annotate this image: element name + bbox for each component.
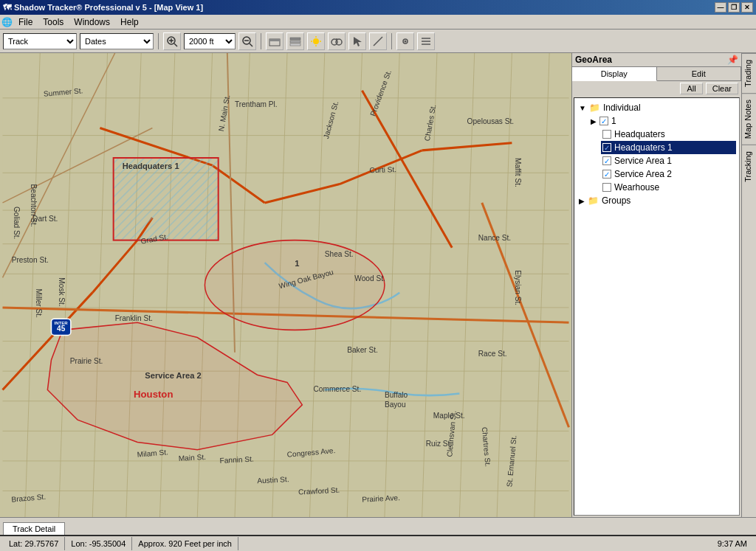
checkbox-service1[interactable]: ✓ — [602, 156, 611, 165]
tab-edit[interactable]: Edit — [657, 67, 742, 80]
service1-label: Service Area 1 — [614, 156, 672, 166]
tab-track-detail[interactable]: Track Detail — [3, 522, 65, 535]
checkbox-service2[interactable]: ✓ — [602, 170, 611, 179]
menu-windows[interactable]: Windows — [69, 15, 114, 29]
item-1-label: 1 — [611, 116, 616, 126]
checkbox-headquaters[interactable] — [602, 130, 611, 139]
side-tab-tracking[interactable]: Tracking — [742, 145, 756, 188]
svg-text:Bayou: Bayou — [385, 401, 406, 409]
binoculars-icon — [331, 35, 343, 47]
svg-text:Curti St.: Curti St. — [369, 165, 396, 174]
svg-marker-20 — [354, 37, 362, 46]
svg-text:Franklin St.: Franklin St. — [115, 314, 153, 322]
more-icon — [420, 35, 432, 47]
panel-title: GeoArea — [575, 55, 612, 65]
tree-individual-group[interactable]: ▼ 📁 Individual — [577, 101, 736, 114]
headquaters-label: Headquaters — [614, 129, 665, 139]
svg-point-12 — [313, 38, 319, 44]
individual-label: Individual — [603, 103, 641, 113]
status-time: 9:37 AM — [712, 537, 753, 550]
bottom-tabs: Track Detail — [0, 517, 756, 535]
expand-icon-1: ▶ — [591, 117, 597, 125]
right-panel: GeoArea 📌 Display Edit All Clear ▼ 📁 Ind… — [571, 53, 741, 517]
folder-icon-groups: 📁 — [588, 195, 599, 206]
sep2 — [261, 33, 261, 49]
svg-text:Houston: Houston — [134, 389, 173, 400]
restore-button[interactable]: ❐ — [728, 2, 740, 13]
menu-help[interactable]: Help — [116, 15, 143, 29]
svg-rect-10 — [290, 41, 300, 43]
svg-point-18 — [336, 39, 342, 45]
sun-icon — [310, 35, 322, 47]
svg-rect-9 — [290, 38, 300, 40]
svg-text:Race St.: Race St. — [478, 350, 507, 358]
map-container[interactable]: Summer St. Trentham Pl. Opelousas St. Ma… — [0, 53, 571, 517]
close-button[interactable]: ✕ — [741, 2, 753, 13]
layers-button[interactable] — [286, 32, 304, 50]
pan-button[interactable] — [266, 32, 284, 50]
layers-icon — [289, 35, 301, 47]
cursor-button[interactable] — [348, 32, 366, 50]
svg-text:Wood St.: Wood St. — [354, 274, 385, 283]
tree-item-service1[interactable]: ✓ Service Area 1 — [601, 154, 736, 167]
expand-icon: ▼ — [579, 104, 586, 112]
side-tab-trading[interactable]: Trading — [742, 53, 756, 93]
status-lon: Lon: -95.35004 — [65, 537, 132, 550]
ruler-button[interactable] — [369, 32, 387, 50]
zoom-level-select[interactable]: 2000 ft 500 ft1000 ft2000 ft5000 ft — [184, 33, 236, 49]
svg-text:Prairie St.: Prairie St. — [70, 357, 103, 365]
panel-pin-button[interactable]: 📌 — [727, 55, 738, 65]
svg-text:Commerce St.: Commerce St. — [314, 385, 362, 393]
side-tab-mapnotes[interactable]: Map Notes — [742, 93, 756, 145]
checkbox-headquaters1[interactable]: ✓ — [602, 143, 611, 152]
status-lat: Lat: 29.75767 — [3, 537, 65, 550]
tree-item-service2[interactable]: ✓ Service Area 2 — [601, 167, 736, 181]
tree-item-headquaters[interactable]: Headquaters — [601, 128, 736, 141]
svg-text:Opelousas St.: Opelousas St. — [467, 117, 515, 125]
tab-display[interactable]: Display — [572, 67, 657, 81]
svg-text:Elysian St.: Elysian St. — [514, 270, 522, 305]
title-bar: 🗺 Shadow Tracker® Professional v 5 - [Ma… — [0, 0, 756, 15]
toolbar: Track Dates 2000 ft 500 ft1000 ft2000 ft… — [0, 30, 756, 53]
track-select[interactable]: Track — [3, 33, 77, 49]
svg-text:1: 1 — [295, 259, 299, 268]
sun-button[interactable] — [307, 32, 325, 50]
minimize-button[interactable]: — — [715, 2, 726, 13]
groups-label: Groups — [602, 195, 630, 206]
tree-groups[interactable]: ▶ 📁 Groups — [577, 194, 736, 207]
checkbox-wearhouse[interactable] — [602, 183, 611, 192]
svg-text:Nance St.: Nance St. — [478, 234, 511, 242]
svg-text:Shea St.: Shea St. — [325, 250, 354, 258]
all-button[interactable]: All — [680, 83, 702, 94]
clear-button[interactable]: Clear — [706, 83, 738, 94]
svg-text:Buffalo: Buffalo — [385, 391, 408, 399]
binoculars-button[interactable] — [328, 32, 346, 50]
checkbox-1[interactable]: ✓ — [599, 117, 608, 125]
svg-text:Service Area 2: Service Area 2 — [145, 371, 201, 380]
zoom-out-button[interactable] — [238, 32, 256, 50]
wearhouse-label: Wearhouse — [614, 182, 659, 193]
svg-text:Miller St.: Miller St. — [35, 289, 43, 318]
more-button[interactable] — [417, 32, 435, 50]
svg-text:Austin St.: Austin St. — [257, 475, 289, 485]
panel-header: GeoArea 📌 — [572, 53, 741, 67]
app-icon: 🗺 — [3, 3, 11, 12]
zoom-out-icon — [241, 35, 253, 47]
panel-tabs: Display Edit — [572, 67, 741, 81]
menu-bar: 🌐 File Tools Windows Help — [0, 15, 756, 30]
svg-point-24 — [405, 40, 407, 42]
tree-item-wearhouse[interactable]: Wearhouse — [601, 181, 736, 194]
svg-line-5 — [250, 44, 252, 46]
dates-select[interactable]: Dates — [80, 33, 154, 49]
svg-text:Headquaters 1: Headquaters 1 — [123, 162, 179, 170]
side-tabs: Trading Map Notes Tracking — [741, 53, 756, 517]
zoom-in-button[interactable] — [163, 32, 181, 50]
main-area: Summer St. Trentham Pl. Opelousas St. Ma… — [0, 53, 756, 517]
svg-text:Goliad St.: Goliad St. — [13, 207, 21, 239]
tree-item-1[interactable]: ▶ ✓ 1 — [589, 114, 736, 128]
menu-file[interactable]: File — [14, 15, 37, 29]
pan-icon — [269, 35, 281, 47]
settings-button[interactable] — [396, 32, 414, 50]
menu-tools[interactable]: Tools — [38, 15, 68, 29]
tree-item-headquaters1[interactable]: ✓ Headquaters 1 — [601, 141, 736, 154]
